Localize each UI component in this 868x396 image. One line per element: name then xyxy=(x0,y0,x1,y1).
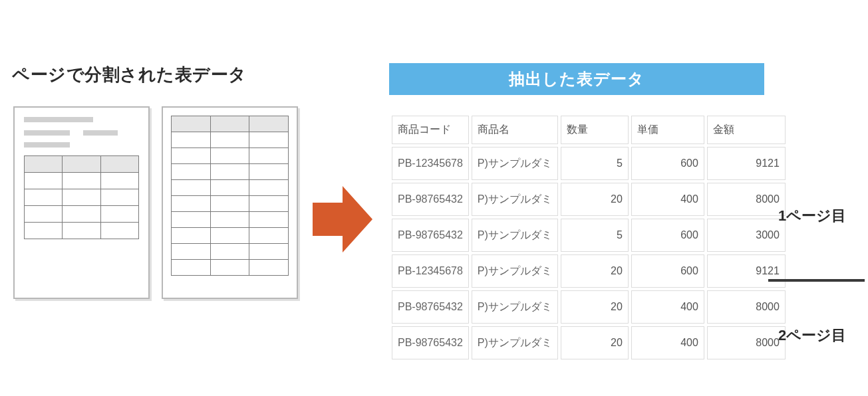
split-document-thumbnails xyxy=(13,106,298,299)
cell-qty: 20 xyxy=(561,290,629,324)
cell-name: P)サンプルダミ xyxy=(472,219,558,252)
table-row: PB-12345678 P)サンプルダミ 20 600 9121 xyxy=(392,254,786,288)
col-header-qty: 数量 xyxy=(561,116,629,144)
cell-qty: 20 xyxy=(561,254,629,288)
page-divider xyxy=(768,279,865,282)
table-row: PB-12345678 P)サンプルダミ 5 600 9121 xyxy=(392,147,786,180)
page-label-2: 2ページ目 xyxy=(778,326,846,346)
cell-code: PB-98765432 xyxy=(392,290,469,324)
cell-amount: 8000 xyxy=(707,183,786,216)
cell-name: P)サンプルダミ xyxy=(472,147,558,180)
cell-qty: 5 xyxy=(561,147,629,180)
col-header-code: 商品コード xyxy=(392,116,469,144)
mini-table-page-1 xyxy=(24,155,139,239)
col-header-name: 商品名 xyxy=(472,116,558,144)
arrow-icon xyxy=(313,186,372,252)
cell-amount: 9121 xyxy=(707,147,786,180)
cell-amount: 8000 xyxy=(707,326,786,359)
table-row: PB-98765432 P)サンプルダミ 20 400 8000 xyxy=(392,326,786,359)
col-header-price: 単価 xyxy=(631,116,704,144)
cell-code: PB-98765432 xyxy=(392,183,469,216)
document-page-2 xyxy=(162,106,298,299)
table-row: PB-98765432 P)サンプルダミ 20 400 8000 xyxy=(392,183,786,216)
extracted-data-table: 商品コード 商品名 数量 単価 金額 PB-12345678 P)サンプルダミ … xyxy=(389,113,788,362)
cell-code: PB-12345678 xyxy=(392,254,469,288)
cell-price: 600 xyxy=(631,219,704,252)
placeholder-line xyxy=(24,130,70,136)
cell-code: PB-12345678 xyxy=(392,147,469,180)
cell-price: 400 xyxy=(631,183,704,216)
left-title: ページで分割された表データ xyxy=(12,63,247,86)
placeholder-line xyxy=(24,142,70,148)
cell-price: 600 xyxy=(631,147,704,180)
cell-qty: 20 xyxy=(561,326,629,359)
document-page-1 xyxy=(13,106,150,299)
cell-code: PB-98765432 xyxy=(392,326,469,359)
cell-name: P)サンプルダミ xyxy=(472,254,558,288)
right-title: 抽出した表データ xyxy=(389,63,764,95)
cell-qty: 5 xyxy=(561,219,629,252)
page-label-1: 1ページ目 xyxy=(778,206,846,226)
cell-name: P)サンプルダミ xyxy=(472,326,558,359)
table-row: PB-98765432 P)サンプルダミ 5 600 3000 xyxy=(392,219,786,252)
cell-qty: 20 xyxy=(561,183,629,216)
cell-amount: 8000 xyxy=(707,290,786,324)
cell-price: 400 xyxy=(631,326,704,359)
cell-name: P)サンプルダミ xyxy=(472,183,558,216)
table-header-row: 商品コード 商品名 数量 単価 金額 xyxy=(392,116,786,144)
table-row: PB-98765432 P)サンプルダミ 20 400 8000 xyxy=(392,290,786,324)
col-header-amount: 金額 xyxy=(707,116,786,144)
cell-price: 600 xyxy=(631,254,704,288)
cell-price: 400 xyxy=(631,290,704,324)
cell-amount: 3000 xyxy=(707,219,786,252)
placeholder-line xyxy=(24,117,93,122)
placeholder-line xyxy=(83,130,118,136)
cell-amount: 9121 xyxy=(707,254,786,288)
cell-name: P)サンプルダミ xyxy=(472,290,558,324)
svg-marker-0 xyxy=(313,186,372,252)
cell-code: PB-98765432 xyxy=(392,219,469,252)
mini-table-page-2 xyxy=(171,116,289,276)
